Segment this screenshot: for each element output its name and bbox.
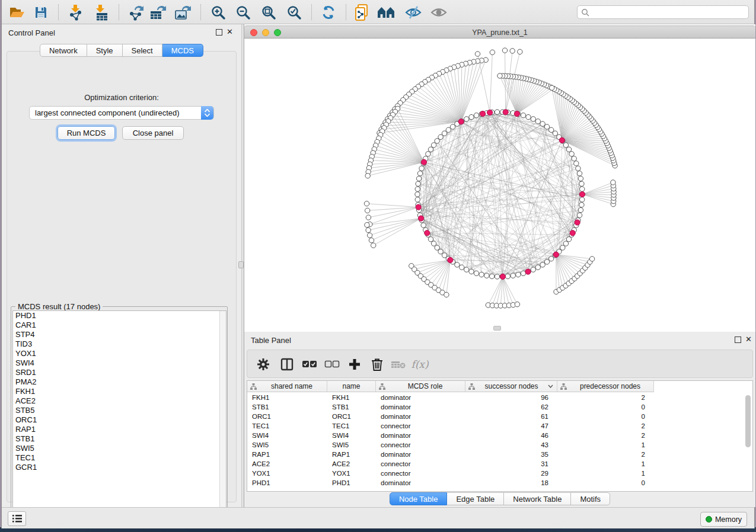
mcds-result-item[interactable]: STP4	[13, 330, 226, 339]
column-settings-button[interactable]	[254, 355, 272, 373]
tab-mcds[interactable]: MCDS	[162, 44, 203, 57]
close-panel-icon[interactable]: ✕	[745, 335, 752, 344]
open-session-button[interactable]	[8, 3, 27, 22]
column-header-successor-nodes[interactable]: successor nodes	[465, 381, 557, 392]
mcds-result-item[interactable]: RAP1	[13, 425, 226, 434]
mcds-result-item[interactable]: ORC1	[13, 415, 226, 425]
zoom-fit-button[interactable]	[259, 3, 278, 22]
table-row[interactable]: ACE2ACE2connector311	[247, 459, 654, 469]
mcds-result-item[interactable]: TID3	[13, 339, 226, 349]
network-graph[interactable]	[244, 39, 755, 332]
table-scrollbar[interactable]	[745, 394, 751, 489]
tab-edge-table[interactable]: Edge Table	[447, 492, 504, 505]
first-neighbors-button[interactable]	[377, 3, 395, 22]
table-cell: YOX1	[247, 469, 327, 478]
function-builder-button[interactable]: f(x)	[411, 355, 429, 373]
tab-network-table[interactable]: Network Table	[504, 492, 571, 505]
table-row[interactable]: YOX1YOX1connector291	[247, 469, 654, 478]
split-view-button[interactable]	[278, 355, 296, 373]
save-session-button[interactable]	[31, 3, 50, 22]
delete-selected-button[interactable]	[368, 355, 386, 373]
table-tabs: Node TableEdge TableNetwork TableMotifs	[244, 492, 755, 505]
import-network-button[interactable]	[66, 3, 85, 22]
add-column-button[interactable]	[346, 355, 363, 373]
float-panel-icon[interactable]	[216, 29, 222, 36]
delete-column-button[interactable]	[390, 355, 407, 373]
first-neighbors-icon	[377, 5, 395, 20]
mcds-result-item[interactable]: GCR1	[13, 463, 226, 472]
optimization-criterion-select[interactable]: largest connected component (undirected)	[29, 106, 214, 120]
export-network-button[interactable]	[126, 3, 145, 22]
memory-button[interactable]: Memory	[700, 512, 747, 527]
scrollbar-thumb[interactable]	[745, 395, 751, 447]
run-mcds-button[interactable]: Run MCDS	[58, 126, 115, 140]
zoom-in-button[interactable]	[209, 3, 228, 22]
table-row[interactable]: SWI5SWI5connector431	[247, 440, 654, 450]
horizontal-splitter-grip[interactable]	[493, 326, 501, 331]
tab-motifs[interactable]: Motifs	[571, 492, 610, 505]
tab-style[interactable]: Style	[87, 44, 123, 57]
table-row[interactable]: RAP1RAP1dominator352	[247, 450, 654, 459]
list-icon	[12, 515, 22, 523]
zoom-out-button[interactable]	[234, 3, 253, 22]
table-row[interactable]: TEC1TEC1connector472	[247, 421, 654, 431]
mcds-result-item[interactable]: ACE2	[13, 396, 226, 406]
table-cell: 2	[557, 421, 654, 431]
tab-select[interactable]: Select	[123, 44, 162, 57]
hide-selected-button[interactable]	[404, 3, 423, 22]
mcds-result-item[interactable]: SWI4	[13, 358, 226, 368]
mcds-result-item[interactable]: SRD1	[13, 368, 226, 377]
node-table[interactable]: shared namenameMCDS rolesuccessor nodesp…	[247, 380, 753, 492]
table-panel-titlebar: Table Panel ✕	[244, 332, 755, 347]
mcds-list-scrollbar[interactable]	[219, 311, 226, 517]
mcds-result-item[interactable]: YOX1	[13, 349, 226, 358]
fx-icon: f(x)	[411, 358, 428, 370]
tab-node-table[interactable]: Node Table	[390, 492, 448, 505]
float-panel-icon[interactable]	[735, 336, 741, 343]
mcds-result-item[interactable]: TEC1	[13, 453, 226, 463]
mcds-result-list[interactable]: PHD1CAR1STP4TID3YOX1SWI4SRD1PMA2FKH1ACE2…	[12, 310, 227, 518]
network-titlebar[interactable]: YPA_prune.txt_1	[244, 25, 755, 39]
mcds-result-group: MCDS result (17 nodes) PHD1CAR1STP4TID3Y…	[11, 306, 228, 520]
refresh-icon	[321, 5, 336, 20]
column-header-MCDS-role[interactable]: MCDS role	[376, 381, 465, 392]
tab-network[interactable]: Network	[40, 44, 87, 57]
splitter-grip[interactable]	[238, 261, 244, 268]
search-input[interactable]	[589, 8, 748, 17]
mcds-result-item[interactable]: PMA2	[13, 377, 226, 387]
deselect-all-button[interactable]	[323, 355, 341, 373]
select-all-button[interactable]	[301, 355, 318, 373]
close-panel-icon[interactable]: ✕	[227, 27, 233, 36]
close-panel-button[interactable]: Close panel	[122, 126, 184, 140]
mcds-result-item[interactable]: STB5	[13, 406, 226, 415]
zoom-fit-icon	[261, 5, 276, 20]
mcds-result-item[interactable]: STB1	[13, 434, 226, 444]
zoom-selected-icon	[286, 5, 302, 20]
column-header-shared-name[interactable]: shared name	[247, 381, 327, 392]
control-panel: Control Panel ✕ Optimization criterion: …	[2, 24, 241, 507]
table-row[interactable]: SWI4SWI4dominator462	[247, 431, 654, 440]
table-cell: RAP1	[327, 450, 376, 459]
mcds-result-item[interactable]: FKH1	[13, 387, 226, 396]
task-history-button[interactable]	[8, 511, 26, 526]
column-header-name[interactable]: name	[327, 381, 376, 392]
mcds-result-item[interactable]: PHD1	[13, 311, 226, 321]
apply-layout-button[interactable]	[319, 3, 338, 22]
export-image-button[interactable]	[173, 3, 192, 22]
split-panel-icon	[280, 358, 294, 371]
mcds-result-item[interactable]: CAR1	[13, 321, 226, 330]
mcds-result-item[interactable]: SWI5	[13, 444, 226, 453]
table-row[interactable]: STB1STB1dominator620	[247, 402, 654, 412]
import-table-button[interactable]	[91, 3, 110, 22]
new-network-from-selection-button[interactable]	[352, 3, 371, 22]
table-row[interactable]: ORC1ORC1dominator610	[247, 412, 654, 421]
search-box[interactable]	[577, 5, 749, 19]
column-header-predecessor-nodes[interactable]: predecessor nodes	[557, 381, 654, 392]
table-row[interactable]: PHD1PHD1dominator180	[247, 478, 654, 488]
zoom-selected-button[interactable]	[285, 3, 304, 22]
show-all-button[interactable]	[429, 3, 448, 22]
gear-icon	[257, 358, 270, 371]
network-view-window: YPA_prune.txt_1	[244, 24, 755, 332]
export-table-button[interactable]	[148, 3, 167, 22]
table-row[interactable]: FKH1FKH1dominator962	[247, 393, 654, 402]
